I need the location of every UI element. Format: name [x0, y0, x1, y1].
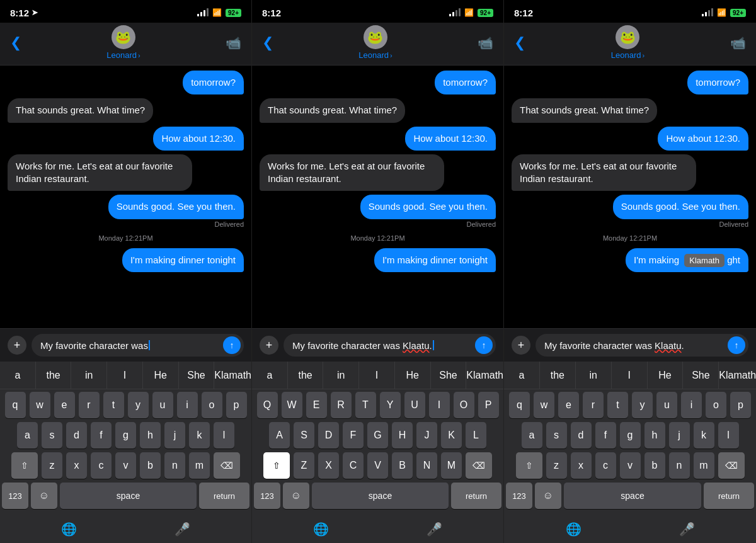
key-j-1[interactable]: j — [164, 422, 185, 449]
autocomplete-He-1[interactable]: He — [143, 362, 179, 389]
text-input-1[interactable]: My favorite character was ↑ — [32, 334, 244, 357]
key-num-3[interactable]: 123 — [506, 483, 532, 509]
key-c-1[interactable]: c — [91, 452, 112, 479]
key-emoji-1[interactable]: ☺ — [31, 483, 57, 509]
key-d-1[interactable]: d — [66, 422, 87, 449]
key-delete-2[interactable]: ⌫ — [466, 452, 492, 479]
send-button-3[interactable]: ↑ — [728, 336, 745, 354]
key-e-1[interactable]: e — [54, 392, 75, 418]
key-W-2[interactable]: W — [282, 392, 302, 418]
mic-icon-3[interactable]: 🎤 — [679, 522, 695, 537]
autocomplete-She-3[interactable]: She — [683, 362, 719, 389]
key-n-3[interactable]: n — [669, 452, 690, 479]
key-return-1[interactable]: return — [199, 483, 249, 509]
globe-icon-3[interactable]: 🌐 — [566, 522, 581, 537]
mic-icon-1[interactable]: 🎤 — [175, 522, 190, 537]
autocomplete-He-2[interactable]: He — [395, 362, 431, 389]
key-o-1[interactable]: o — [202, 392, 222, 418]
key-return-2[interactable]: return — [451, 483, 501, 509]
key-x-1[interactable]: x — [66, 452, 87, 479]
key-shift-3[interactable]: ⇧ — [516, 452, 542, 479]
key-J-2[interactable]: J — [416, 422, 437, 449]
suggestion-tooltip-3[interactable]: Klamath — [684, 254, 724, 267]
key-m-1[interactable]: m — [189, 452, 210, 479]
key-v-1[interactable]: v — [115, 452, 136, 479]
autocomplete-a-2[interactable]: a — [252, 362, 288, 389]
key-num-2[interactable]: 123 — [254, 483, 280, 509]
key-p-1[interactable]: p — [226, 392, 247, 418]
key-A-2[interactable]: A — [269, 422, 290, 449]
autocomplete-the-1[interactable]: the — [36, 362, 72, 389]
video-button-2[interactable]: 📹 — [478, 35, 493, 50]
key-f-3[interactable]: f — [595, 422, 616, 449]
key-t-1[interactable]: t — [103, 392, 124, 418]
key-shift-1[interactable]: ⇧ — [11, 452, 38, 479]
key-z-1[interactable]: z — [42, 452, 62, 479]
key-a-1[interactable]: a — [17, 422, 38, 449]
add-button-2[interactable]: + — [260, 336, 278, 355]
key-C-2[interactable]: C — [343, 452, 364, 479]
key-delete-1[interactable]: ⌫ — [214, 452, 240, 479]
key-U-2[interactable]: U — [404, 392, 425, 418]
key-w-1[interactable]: w — [30, 392, 50, 418]
key-d-3[interactable]: d — [571, 422, 592, 449]
autocomplete-in-3[interactable]: in — [576, 362, 612, 389]
autocomplete-Klamath-3[interactable]: Klamath — [719, 362, 756, 389]
key-u-3[interactable]: u — [656, 392, 677, 418]
key-T-2[interactable]: T — [355, 392, 376, 418]
video-button-1[interactable]: 📹 — [226, 35, 241, 50]
key-emoji-3[interactable]: ☺ — [535, 483, 561, 509]
key-q-1[interactable]: q — [5, 392, 26, 418]
key-m-3[interactable]: m — [694, 452, 714, 479]
key-w-3[interactable]: w — [534, 392, 554, 418]
autocomplete-in-1[interactable]: in — [71, 362, 107, 389]
key-z-3[interactable]: z — [546, 452, 567, 479]
key-H-2[interactable]: H — [392, 422, 413, 449]
back-button-3[interactable]: ❮ — [514, 35, 525, 51]
header-center-2[interactable]: 🐸 Leonard › — [358, 25, 392, 60]
autocomplete-the-2[interactable]: the — [288, 362, 324, 389]
key-F-2[interactable]: F — [343, 422, 364, 449]
globe-icon-2[interactable]: 🌐 — [313, 522, 329, 537]
key-K-2[interactable]: K — [441, 422, 462, 449]
key-O-2[interactable]: O — [454, 392, 474, 418]
autocomplete-a-1[interactable]: a — [0, 362, 36, 389]
send-button-2[interactable]: ↑ — [475, 336, 493, 354]
autocomplete-a-3[interactable]: a — [504, 362, 540, 389]
key-shift-2[interactable]: ⇧ — [263, 452, 290, 479]
key-Y-2[interactable]: Y — [380, 392, 401, 418]
autocomplete-She-2[interactable]: She — [431, 362, 467, 389]
autocomplete-I-3[interactable]: I — [612, 362, 648, 389]
key-delete-3[interactable]: ⌫ — [718, 452, 745, 479]
key-v-3[interactable]: v — [620, 452, 641, 479]
key-a-3[interactable]: a — [522, 422, 542, 449]
text-input-2[interactable]: My favorite character was Klaatu. ↑ — [284, 334, 496, 357]
key-g-3[interactable]: g — [620, 422, 641, 449]
key-i-3[interactable]: i — [681, 392, 702, 418]
back-button-1[interactable]: ❮ — [10, 35, 21, 51]
key-y-1[interactable]: y — [128, 392, 149, 418]
key-D-2[interactable]: D — [318, 422, 339, 449]
key-space-3[interactable]: space — [564, 483, 701, 509]
key-j-3[interactable]: j — [669, 422, 690, 449]
text-input-3[interactable]: My favorite character was Klaatu. ↑ — [536, 334, 748, 357]
key-p-3[interactable]: p — [730, 392, 751, 418]
key-o-3[interactable]: o — [706, 392, 726, 418]
key-V-2[interactable]: V — [367, 452, 388, 479]
key-f-1[interactable]: f — [91, 422, 112, 449]
autocomplete-in-2[interactable]: in — [323, 362, 359, 389]
key-space-1[interactable]: space — [60, 483, 197, 509]
key-R-2[interactable]: R — [331, 392, 352, 418]
key-I-2[interactable]: I — [429, 392, 450, 418]
autocomplete-He-3[interactable]: He — [648, 362, 684, 389]
autocomplete-She-1[interactable]: She — [179, 362, 215, 389]
key-num-1[interactable]: 123 — [2, 483, 28, 509]
key-X-2[interactable]: X — [318, 452, 339, 479]
key-b-3[interactable]: b — [644, 452, 665, 479]
autocomplete-I-2[interactable]: I — [359, 362, 395, 389]
key-G-2[interactable]: G — [367, 422, 388, 449]
autocomplete-I-1[interactable]: I — [107, 362, 143, 389]
add-button-3[interactable]: + — [512, 336, 530, 355]
autocomplete-Klamath-1[interactable]: Klamath — [214, 362, 251, 389]
key-r-3[interactable]: r — [583, 392, 604, 418]
